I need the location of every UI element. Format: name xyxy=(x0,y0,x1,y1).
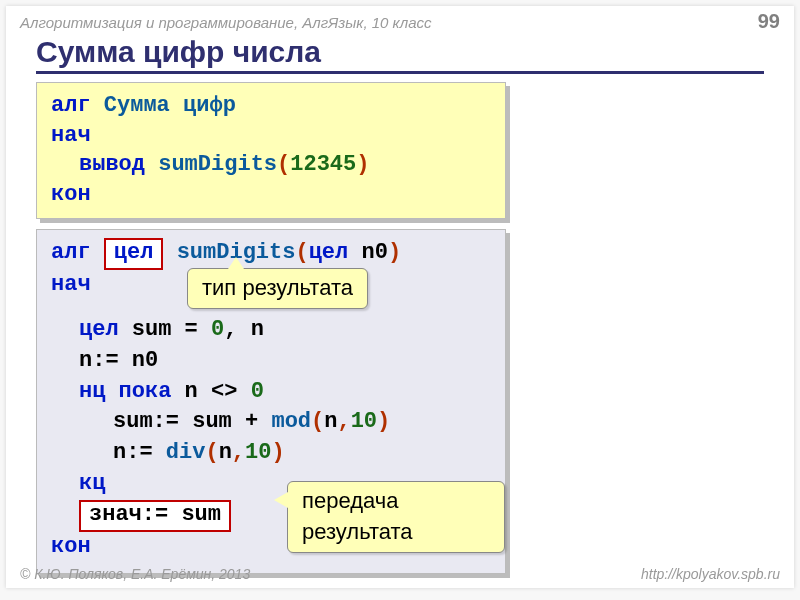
alg-name: Сумма цифр xyxy=(104,93,236,118)
code-box-func: алг цел sumDigits(цел n0) нач тип резуль… xyxy=(36,229,506,574)
course-label: Алгоритмизация и программирование, АлгЯз… xyxy=(20,14,432,31)
fn-mod: mod xyxy=(271,409,311,434)
code-line: алг Сумма цифр xyxy=(51,91,491,121)
paren-close: ) xyxy=(356,152,369,177)
kw-nc: нц xyxy=(79,379,105,404)
paren-close: ) xyxy=(388,240,401,265)
code-line: нач xyxy=(51,121,491,151)
kw-cel: цел xyxy=(114,240,154,265)
sum-assign: sum:= sum + xyxy=(113,409,271,434)
slide-title: Сумма цифр числа xyxy=(36,35,764,74)
paren-open: ( xyxy=(311,409,324,434)
slide: Алгоритмизация и программирование, АлгЯз… xyxy=(6,6,794,588)
code-box-main: алг Сумма цифр нач вывод sumDigits(12345… xyxy=(36,82,506,219)
code-line: кон xyxy=(51,180,491,210)
decl-tail: , n xyxy=(224,317,264,342)
page-number: 99 xyxy=(758,10,780,33)
kw-alg: алг xyxy=(51,93,91,118)
code-line: sum:= sum + mod(n,10) xyxy=(51,407,491,438)
assign-n: n:= n0 xyxy=(79,348,158,373)
code-line: n:= div(n,10) xyxy=(51,438,491,469)
arg-n0: n0 xyxy=(348,240,388,265)
kw-alg: алг xyxy=(51,240,91,265)
paren-close: ) xyxy=(271,440,284,465)
kw-nach: нач xyxy=(51,123,91,148)
chip-znach: знач:= sum xyxy=(79,500,231,532)
kw-cel: цел xyxy=(309,240,349,265)
var-n: n xyxy=(324,409,337,434)
callout-text: передача результата xyxy=(302,488,413,544)
num-0: 0 xyxy=(211,317,224,342)
code-line: цел sum = 0, n xyxy=(51,315,491,346)
copyright: © К.Ю. Поляков, Е.А. Ерёмин, 2013 xyxy=(20,566,250,582)
footer: © К.Ю. Поляков, Е.А. Ерёмин, 2013 http:/… xyxy=(20,566,780,582)
topbar: Алгоритмизация и программирование, АлгЯз… xyxy=(6,6,794,33)
callout-result-pass: передача результата xyxy=(287,481,505,553)
num-0: 0 xyxy=(251,379,264,404)
num-10: 10 xyxy=(245,440,271,465)
chip-return-type: цел xyxy=(104,238,164,270)
kw-cel: цел xyxy=(79,317,119,342)
footer-url: http://kpolyakov.spb.ru xyxy=(641,566,780,582)
comma: , xyxy=(337,409,350,434)
comma: , xyxy=(232,440,245,465)
kw-nach: нач xyxy=(51,272,91,297)
paren-open: ( xyxy=(205,440,218,465)
fn-div: div xyxy=(166,440,206,465)
kw-kon: кон xyxy=(51,182,91,207)
code-line: n:= n0 xyxy=(51,346,491,377)
callout-return-type: тип результата xyxy=(187,268,368,309)
paren-open: ( xyxy=(277,152,290,177)
code-line: алг цел sumDigits(цел n0) xyxy=(51,238,491,270)
code-line: нц пока n <> 0 xyxy=(51,377,491,408)
num-10: 10 xyxy=(351,409,377,434)
kw-kc: кц xyxy=(79,471,105,496)
paren-open: ( xyxy=(295,240,308,265)
n-assign: n:= xyxy=(113,440,166,465)
code-line: вывод sumDigits(12345) xyxy=(51,150,491,180)
while-cond: n <> xyxy=(171,379,250,404)
var-n: n xyxy=(219,440,232,465)
kw-vyvod: вывод xyxy=(79,152,145,177)
num-12345: 12345 xyxy=(290,152,356,177)
decl: sum = xyxy=(119,317,211,342)
kw-kon: кон xyxy=(51,534,91,559)
fn-sumdigits: sumDigits xyxy=(158,152,277,177)
paren-close: ) xyxy=(377,409,390,434)
kw-poka: пока xyxy=(105,379,171,404)
